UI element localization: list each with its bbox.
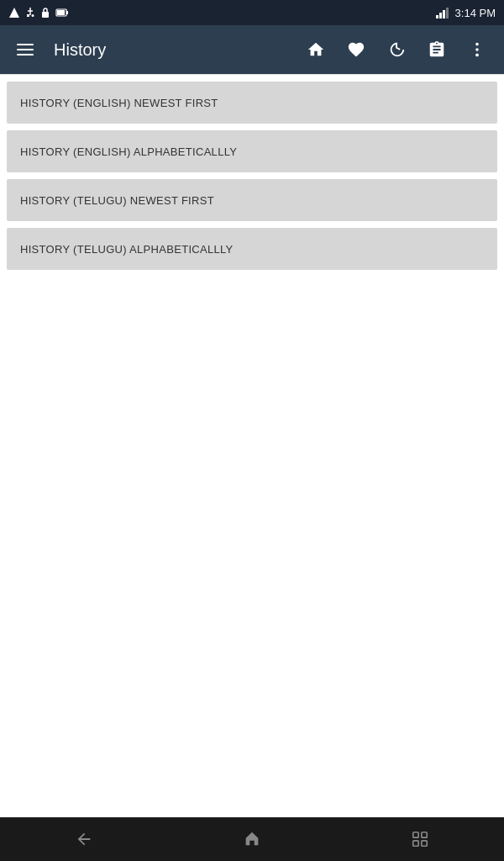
menu-item-label: HISTORY (ENGLISH) ALPHABETICALLLY bbox=[20, 145, 237, 158]
app-bar: History bbox=[0, 25, 504, 74]
app-bar-actions bbox=[299, 33, 494, 66]
content-area: HISTORY (ENGLISH) NEWEST FIRST HISTORY (… bbox=[0, 75, 504, 817]
lock-icon bbox=[40, 7, 50, 18]
battery-icon bbox=[55, 8, 69, 18]
svg-rect-12 bbox=[446, 8, 449, 18]
clipboard-button[interactable] bbox=[420, 33, 454, 66]
list-item[interactable]: HISTORY (TELUGU) ALPHABETICALLLY bbox=[7, 228, 497, 270]
hamburger-line-3 bbox=[17, 54, 34, 55]
svg-point-13 bbox=[475, 43, 479, 46]
history-button[interactable] bbox=[380, 33, 413, 66]
svg-rect-19 bbox=[413, 841, 418, 846]
svg-rect-7 bbox=[66, 11, 68, 14]
svg-rect-17 bbox=[422, 832, 427, 837]
svg-rect-8 bbox=[57, 10, 65, 15]
home-nav-icon bbox=[243, 830, 261, 848]
hamburger-line-1 bbox=[17, 44, 34, 45]
time-display: 3:14 PM bbox=[455, 7, 496, 19]
hamburger-menu-button[interactable] bbox=[10, 34, 40, 65]
status-icons-left bbox=[8, 7, 69, 18]
svg-point-15 bbox=[475, 54, 479, 57]
svg-marker-0 bbox=[9, 8, 19, 18]
clock-icon bbox=[387, 40, 406, 59]
menu-item-label: HISTORY (TELUGU) NEWEST FIRST bbox=[20, 194, 214, 207]
back-button[interactable] bbox=[59, 822, 109, 856]
list-item[interactable]: HISTORY (ENGLISH) NEWEST FIRST bbox=[7, 82, 497, 124]
recents-icon bbox=[411, 830, 429, 848]
svg-point-14 bbox=[475, 48, 479, 51]
svg-point-4 bbox=[32, 14, 34, 17]
home-button[interactable] bbox=[299, 33, 333, 66]
favorites-button[interactable] bbox=[339, 33, 373, 66]
navigation-bar bbox=[0, 817, 504, 861]
status-icons-right: 3:14 PM bbox=[435, 7, 496, 19]
alert-icon bbox=[8, 7, 20, 18]
svg-rect-5 bbox=[42, 12, 49, 18]
usb-icon bbox=[25, 7, 35, 18]
svg-rect-11 bbox=[443, 10, 445, 18]
menu-item-label: HISTORY (TELUGU) ALPHABETICALLLY bbox=[20, 243, 234, 256]
list-item[interactable]: HISTORY (ENGLISH) ALPHABETICALLLY bbox=[7, 130, 497, 172]
svg-rect-10 bbox=[439, 13, 442, 18]
list-item[interactable]: HISTORY (TELUGU) NEWEST FIRST bbox=[7, 179, 497, 221]
menu-item-label: HISTORY (ENGLISH) NEWEST FIRST bbox=[20, 97, 218, 109]
svg-rect-9 bbox=[436, 15, 438, 18]
more-vert-icon bbox=[468, 40, 486, 59]
signal-icon bbox=[435, 7, 450, 18]
more-options-button[interactable] bbox=[460, 33, 494, 66]
status-bar: 3:14 PM bbox=[0, 0, 504, 25]
heart-icon bbox=[347, 40, 365, 59]
home-icon bbox=[307, 40, 325, 59]
svg-rect-16 bbox=[413, 832, 418, 837]
svg-rect-18 bbox=[422, 841, 427, 846]
page-title: History bbox=[54, 40, 286, 60]
home-nav-button[interactable] bbox=[227, 822, 277, 856]
recents-button[interactable] bbox=[395, 822, 445, 856]
hamburger-line-2 bbox=[17, 49, 34, 50]
svg-rect-3 bbox=[27, 14, 29, 17]
clipboard-icon bbox=[428, 40, 446, 59]
back-icon bbox=[75, 830, 93, 848]
